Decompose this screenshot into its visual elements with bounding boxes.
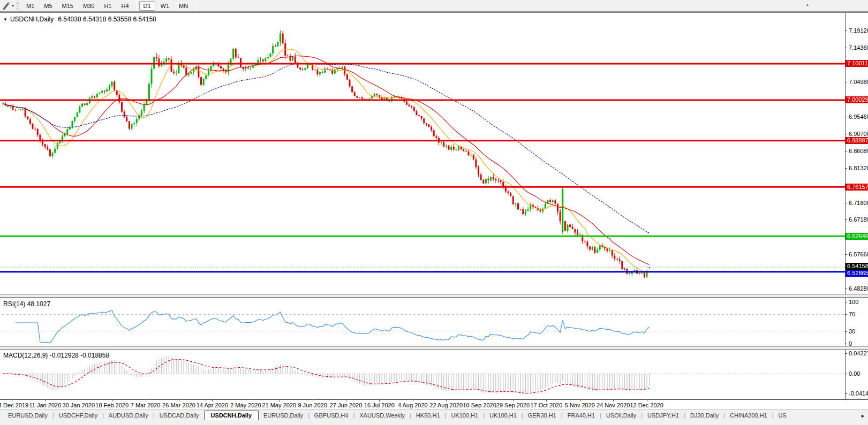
- chart-tab-china300-h1[interactable]: CHINA300,H1: [725, 411, 772, 420]
- timeframe-button-D1[interactable]: D1: [139, 1, 155, 11]
- date-label: 9 Jun 2020: [298, 402, 327, 408]
- timeframe-button-MN[interactable]: MN: [175, 1, 192, 11]
- chart-tab-uk100-h1[interactable]: UK100,H1: [485, 411, 522, 420]
- date-tick: [413, 400, 413, 401]
- price-tick: [845, 151, 847, 151]
- chart-tab-ger30-h1[interactable]: GER30,H1: [523, 411, 561, 420]
- timeframe-button-M15[interactable]: M15: [58, 1, 78, 11]
- price-tick-label: 7.04980: [849, 79, 868, 85]
- date-tick: [580, 400, 580, 401]
- chart-tab-usdcad-daily[interactable]: USDCAD,Daily: [155, 411, 204, 420]
- price-tick: [845, 48, 847, 48]
- price-tick: [845, 219, 847, 220]
- macd-tick: [845, 374, 847, 374]
- toolbar-grip[interactable]: [17, 2, 19, 10]
- date-label: 16 Jul 2020: [364, 402, 395, 408]
- chart-tab-uk100-h1[interactable]: UK100,H1: [446, 411, 483, 420]
- timeframe-button-M1[interactable]: M1: [22, 1, 39, 11]
- date-tick: [647, 400, 647, 401]
- date-tick: [546, 400, 547, 401]
- pane-splitter-macd[interactable]: [0, 346, 868, 350]
- chart-tab-eurusd-daily[interactable]: EURUSD,Daily: [259, 411, 308, 420]
- chart-tab-fra40-h1[interactable]: FRA40,H1: [563, 411, 600, 420]
- mt4-window: ▾ M1M5M15M30H1H4D1W1MN ▴ ▼USDCNH,Daily6.…: [0, 0, 868, 425]
- price-tick-label: 6.81320: [849, 165, 868, 171]
- data-window-caret-icon[interactable]: ▼: [3, 17, 7, 22]
- price-tick-label: 7.19120: [849, 27, 868, 34]
- date-label: 24 Nov 2020: [597, 402, 630, 408]
- date-label: 5 Nov 2020: [565, 402, 595, 408]
- chart-tab-usdchf-daily[interactable]: USDCHF,Daily: [54, 411, 102, 420]
- timeframe-button-M30[interactable]: M30: [79, 1, 99, 11]
- date-tick: [246, 400, 246, 401]
- macd-tick-label: 0.00: [849, 370, 860, 377]
- date-tick: [379, 400, 380, 401]
- pane-splitter-rsi[interactable]: [0, 294, 868, 298]
- date-label: 4 Aug 2020: [398, 402, 428, 408]
- rsi-tick: [845, 302, 847, 302]
- timeframe-button-H1[interactable]: H1: [100, 1, 116, 11]
- chart-tab-bar: EURUSD,Daily|USDCHF,Daily|AUDUSD,Daily|U…: [0, 409, 868, 425]
- price-tick: [845, 117, 847, 117]
- chart-tab-gbpusd-h4[interactable]: GBPUSD,H4: [310, 411, 353, 420]
- date-label: 2 May 2020: [230, 402, 261, 408]
- price-tick: [845, 254, 847, 255]
- dropdown-caret-icon: ▾: [12, 3, 14, 8]
- date-label: 10 Sep 2020: [463, 402, 496, 408]
- rsi-tick: [845, 331, 847, 332]
- last-price-badge: 6.54158: [846, 263, 868, 270]
- cursor-tool-button[interactable]: ▾: [0, 1, 16, 11]
- macd-tick-label: -0.04148: [849, 390, 868, 397]
- chart-tab-audusd-daily[interactable]: AUDUSD,Daily: [104, 411, 153, 420]
- rsi-tick-label: 30: [849, 328, 855, 335]
- chart-tab-xauusd-weekly[interactable]: XAUUSD,Weekly: [354, 411, 410, 420]
- date-label: 24 Dec 2019: [0, 402, 28, 408]
- chart-tab-hk50-h1[interactable]: HK50,H1: [411, 411, 445, 420]
- tab-scroll-right-icon[interactable]: ►: [859, 413, 866, 419]
- chart-tab-dj30-daily[interactable]: DJ30,Daily: [685, 411, 723, 420]
- date-label: 26 Mar 2020: [162, 402, 195, 408]
- level-price-badge: 6.88897: [846, 137, 868, 144]
- top-toolbar: ▾ M1M5M15M30H1H4D1W1MN ▴: [0, 0, 868, 12]
- date-label: 22 Aug 2020: [429, 402, 463, 408]
- chart-ohlc-values: 6.54038 6.54318 6.53558 6.54158: [58, 16, 156, 23]
- time-axis-border: [0, 399, 868, 400]
- date-tick: [313, 400, 313, 401]
- macd-indicator-label: MACD(12,26,9) -0.012928 -0.018858: [3, 352, 109, 359]
- price-tick-label: 6.48280: [849, 285, 868, 292]
- date-label: 30 Jan 2020: [63, 402, 95, 408]
- date-label: 21 May 2020: [262, 402, 296, 408]
- date-tick: [279, 400, 280, 401]
- price-tick: [845, 82, 847, 82]
- candlesticks: [2, 30, 650, 278]
- date-tick: [112, 400, 112, 401]
- chart-window: ▼USDCNH,Daily6.54038 6.54318 6.53558 6.5…: [0, 12, 868, 409]
- date-tick: [446, 400, 447, 401]
- chart-tab-usdjpy-h1[interactable]: USDJPY,H1: [643, 411, 684, 420]
- timeframe-button-W1[interactable]: W1: [156, 1, 174, 11]
- macd-signal-line: [3, 360, 650, 393]
- timeframe-button-H4[interactable]: H4: [117, 1, 133, 11]
- price-tick: [845, 203, 847, 203]
- chart-plot-area[interactable]: [0, 13, 845, 400]
- date-tick: [212, 400, 213, 401]
- price-tick-label: 6.90700: [849, 131, 868, 137]
- rsi-tick: [845, 314, 847, 315]
- timeframe-button-M5[interactable]: M5: [40, 1, 56, 11]
- chart-tab-usdcnh-daily[interactable]: USDCNH,Daily: [204, 411, 259, 420]
- sma-20-line: [3, 56, 650, 264]
- date-tick: [480, 400, 480, 401]
- rsi-indicator-label: RSI(14) 48.1027: [3, 300, 50, 308]
- level-price-badge: 6.52865: [846, 270, 868, 277]
- chart-tab-eurusd-daily[interactable]: EURUSD,Daily: [3, 411, 52, 420]
- chart-tab-usoil-daily[interactable]: USOil,Daily: [601, 411, 641, 420]
- chart-tab-us[interactable]: US: [774, 411, 791, 420]
- price-tick-label: 6.95460: [849, 113, 868, 120]
- chart-symbol-label: USDCNH,Daily: [10, 16, 54, 23]
- rsi-tick-label: 70: [849, 311, 855, 317]
- macd-histogram: [3, 356, 650, 394]
- macd-tick-label: 0.042275: [849, 350, 868, 356]
- toolbar-overflow-icon[interactable]: ▴: [806, 2, 809, 7]
- rsi-tick-label: 0: [849, 340, 852, 347]
- sma-60-line: [3, 63, 650, 233]
